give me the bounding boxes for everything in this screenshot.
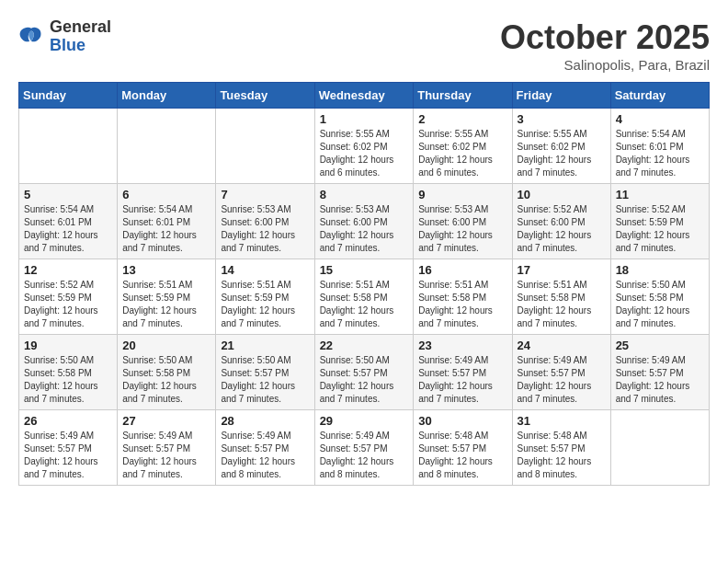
day-number: 15 — [320, 263, 409, 277]
day-info: Sunrise: 5:51 AM Sunset: 5:59 PM Dayligh… — [221, 279, 309, 330]
day-info: Sunrise: 5:53 AM Sunset: 6:00 PM Dayligh… — [320, 203, 409, 255]
calendar-cell: 9Sunrise: 5:53 AM Sunset: 6:00 PM Daylig… — [414, 184, 512, 259]
day-number: 4 — [616, 112, 704, 126]
day-info: Sunrise: 5:54 AM Sunset: 6:01 PM Dayligh… — [122, 203, 210, 255]
day-number: 25 — [616, 339, 704, 352]
calendar-cell: 19Sunrise: 5:50 AM Sunset: 5:58 PM Dayli… — [19, 335, 118, 410]
location: Salinopolis, Para, Brazil — [500, 57, 710, 73]
weekday-header-thursday: Thursday — [414, 83, 512, 109]
day-info: Sunrise: 5:49 AM Sunset: 5:57 PM Dayligh… — [418, 354, 506, 406]
day-info: Sunrise: 5:48 AM Sunset: 5:57 PM Dayligh… — [418, 430, 506, 481]
day-number: 1 — [320, 112, 409, 126]
calendar-cell: 31Sunrise: 5:48 AM Sunset: 5:57 PM Dayli… — [512, 410, 610, 486]
calendar-cell: 29Sunrise: 5:49 AM Sunset: 5:57 PM Dayli… — [314, 410, 414, 486]
day-info: Sunrise: 5:51 AM Sunset: 5:59 PM Dayligh… — [122, 279, 210, 330]
day-info: Sunrise: 5:49 AM Sunset: 5:57 PM Dayligh… — [616, 354, 704, 406]
calendar-week-row: 5Sunrise: 5:54 AM Sunset: 6:01 PM Daylig… — [19, 184, 710, 259]
day-number: 19 — [24, 339, 112, 352]
day-number: 2 — [418, 112, 506, 126]
calendar-cell — [610, 410, 709, 486]
calendar-cell: 24Sunrise: 5:49 AM Sunset: 5:57 PM Dayli… — [512, 335, 610, 410]
day-info: Sunrise: 5:55 AM Sunset: 6:02 PM Dayligh… — [418, 128, 506, 179]
calendar-week-row: 26Sunrise: 5:49 AM Sunset: 5:57 PM Dayli… — [19, 410, 710, 486]
day-number: 6 — [122, 188, 210, 201]
weekday-header-tuesday: Tuesday — [216, 83, 314, 109]
day-info: Sunrise: 5:54 AM Sunset: 6:01 PM Dayligh… — [616, 128, 704, 179]
day-number: 18 — [616, 263, 704, 277]
day-number: 30 — [418, 414, 506, 428]
weekday-header-saturday: Saturday — [610, 83, 709, 109]
weekday-header-sunday: Sunday — [19, 83, 118, 109]
day-info: Sunrise: 5:53 AM Sunset: 6:00 PM Dayligh… — [418, 203, 506, 255]
day-number: 7 — [221, 188, 309, 201]
page-header: General Blue October 2025 Salinopolis, P… — [18, 18, 710, 73]
day-number: 3 — [518, 112, 606, 126]
day-info: Sunrise: 5:49 AM Sunset: 5:57 PM Dayligh… — [320, 430, 409, 481]
calendar-cell: 20Sunrise: 5:50 AM Sunset: 5:58 PM Dayli… — [118, 335, 216, 410]
month-title: October 2025 — [500, 18, 710, 57]
calendar-cell — [19, 109, 118, 184]
day-info: Sunrise: 5:49 AM Sunset: 5:57 PM Dayligh… — [518, 354, 606, 406]
calendar-cell: 5Sunrise: 5:54 AM Sunset: 6:01 PM Daylig… — [19, 184, 118, 259]
day-number: 16 — [418, 263, 506, 277]
calendar-cell: 10Sunrise: 5:52 AM Sunset: 6:00 PM Dayli… — [512, 184, 610, 259]
day-number: 14 — [221, 263, 309, 277]
day-number: 29 — [320, 414, 409, 428]
calendar-cell: 1Sunrise: 5:55 AM Sunset: 6:02 PM Daylig… — [314, 109, 414, 184]
calendar-cell: 8Sunrise: 5:53 AM Sunset: 6:00 PM Daylig… — [314, 184, 414, 259]
day-info: Sunrise: 5:52 AM Sunset: 5:59 PM Dayligh… — [616, 203, 704, 255]
day-number: 27 — [122, 414, 210, 428]
logo: General Blue — [18, 18, 111, 55]
day-info: Sunrise: 5:52 AM Sunset: 5:59 PM Dayligh… — [24, 279, 112, 330]
calendar-week-row: 19Sunrise: 5:50 AM Sunset: 5:58 PM Dayli… — [19, 335, 710, 410]
calendar-week-row: 1Sunrise: 5:55 AM Sunset: 6:02 PM Daylig… — [19, 109, 710, 184]
weekday-header-wednesday: Wednesday — [314, 83, 414, 109]
calendar-cell: 25Sunrise: 5:49 AM Sunset: 5:57 PM Dayli… — [610, 335, 709, 410]
day-number: 8 — [320, 188, 409, 201]
day-number: 12 — [24, 263, 112, 277]
day-info: Sunrise: 5:49 AM Sunset: 5:57 PM Dayligh… — [122, 430, 210, 481]
day-info: Sunrise: 5:50 AM Sunset: 5:58 PM Dayligh… — [122, 354, 210, 406]
day-number: 20 — [122, 339, 210, 352]
day-info: Sunrise: 5:53 AM Sunset: 6:00 PM Dayligh… — [221, 203, 309, 255]
day-number: 10 — [518, 188, 606, 201]
day-info: Sunrise: 5:48 AM Sunset: 5:57 PM Dayligh… — [518, 430, 606, 481]
day-info: Sunrise: 5:52 AM Sunset: 6:00 PM Dayligh… — [518, 203, 606, 255]
calendar-cell: 28Sunrise: 5:49 AM Sunset: 5:57 PM Dayli… — [216, 410, 314, 486]
day-number: 5 — [24, 188, 112, 201]
logo-bird-icon — [18, 24, 44, 50]
calendar-cell: 15Sunrise: 5:51 AM Sunset: 5:58 PM Dayli… — [314, 259, 414, 335]
day-number: 22 — [320, 339, 409, 352]
calendar-cell: 4Sunrise: 5:54 AM Sunset: 6:01 PM Daylig… — [610, 109, 709, 184]
calendar-cell: 21Sunrise: 5:50 AM Sunset: 5:57 PM Dayli… — [216, 335, 314, 410]
day-number: 21 — [221, 339, 309, 352]
day-info: Sunrise: 5:54 AM Sunset: 6:01 PM Dayligh… — [24, 203, 112, 255]
calendar-cell: 23Sunrise: 5:49 AM Sunset: 5:57 PM Dayli… — [414, 335, 512, 410]
day-info: Sunrise: 5:51 AM Sunset: 5:58 PM Dayligh… — [518, 279, 606, 330]
day-info: Sunrise: 5:51 AM Sunset: 5:58 PM Dayligh… — [418, 279, 506, 330]
weekday-header-monday: Monday — [118, 83, 216, 109]
calendar-cell: 6Sunrise: 5:54 AM Sunset: 6:01 PM Daylig… — [118, 184, 216, 259]
calendar-cell: 3Sunrise: 5:55 AM Sunset: 6:02 PM Daylig… — [512, 109, 610, 184]
day-info: Sunrise: 5:50 AM Sunset: 5:58 PM Dayligh… — [24, 354, 112, 406]
calendar-cell: 26Sunrise: 5:49 AM Sunset: 5:57 PM Dayli… — [19, 410, 118, 486]
day-info: Sunrise: 5:49 AM Sunset: 5:57 PM Dayligh… — [24, 430, 112, 481]
day-number: 28 — [221, 414, 309, 428]
day-number: 13 — [122, 263, 210, 277]
calendar-cell — [216, 109, 314, 184]
day-number: 11 — [616, 188, 704, 201]
calendar-table: SundayMondayTuesdayWednesdayThursdayFrid… — [18, 82, 710, 486]
day-info: Sunrise: 5:55 AM Sunset: 6:02 PM Dayligh… — [518, 128, 606, 179]
logo-text: General Blue — [50, 18, 111, 55]
day-info: Sunrise: 5:49 AM Sunset: 5:57 PM Dayligh… — [221, 430, 309, 481]
title-area: October 2025 Salinopolis, Para, Brazil — [500, 18, 710, 73]
day-info: Sunrise: 5:51 AM Sunset: 5:58 PM Dayligh… — [320, 279, 409, 330]
day-number: 17 — [518, 263, 606, 277]
calendar-cell: 12Sunrise: 5:52 AM Sunset: 5:59 PM Dayli… — [19, 259, 118, 335]
calendar-cell — [118, 109, 216, 184]
day-number: 24 — [518, 339, 606, 352]
day-info: Sunrise: 5:50 AM Sunset: 5:57 PM Dayligh… — [320, 354, 409, 406]
day-info: Sunrise: 5:55 AM Sunset: 6:02 PM Dayligh… — [320, 128, 409, 179]
calendar-cell: 14Sunrise: 5:51 AM Sunset: 5:59 PM Dayli… — [216, 259, 314, 335]
calendar-cell: 7Sunrise: 5:53 AM Sunset: 6:00 PM Daylig… — [216, 184, 314, 259]
